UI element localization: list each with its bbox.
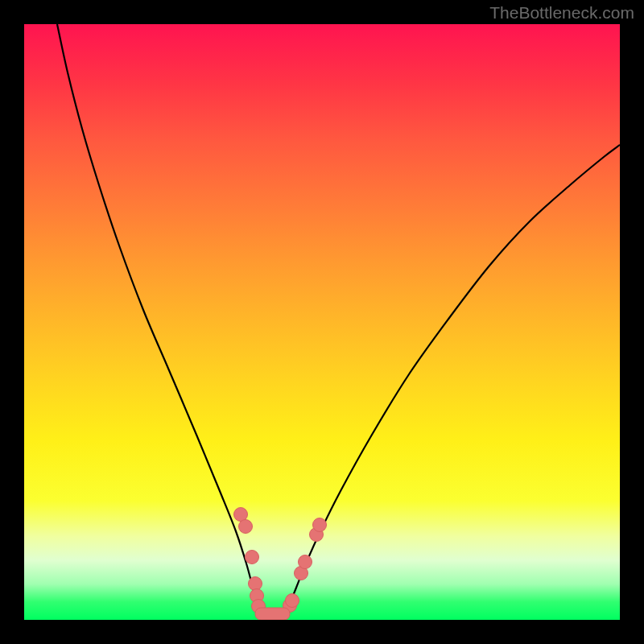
right-curve-path (287, 145, 620, 614)
marker-dot (299, 555, 312, 569)
marker-dot (246, 551, 259, 564)
marker-dot (286, 594, 299, 608)
marker-dot (234, 508, 248, 522)
left-curve-path (57, 24, 258, 614)
plot-gradient-area (24, 24, 620, 620)
chart-svg (24, 24, 620, 620)
marker-group (234, 508, 327, 613)
marker-dot (249, 577, 262, 591)
watermark-text: TheBottleneck.com (489, 3, 634, 23)
marker-dot (313, 518, 327, 532)
bottom-bar (255, 608, 290, 620)
marker-dot (239, 520, 253, 534)
